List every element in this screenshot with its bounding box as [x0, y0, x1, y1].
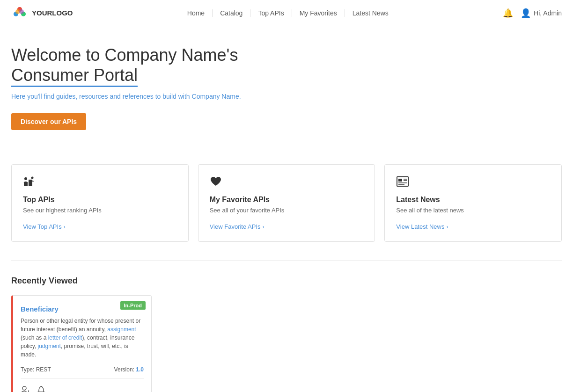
my-favorites-desc: See all of your favorite APIs	[210, 207, 364, 214]
nav-top-apis[interactable]: Top APIs	[250, 9, 292, 17]
nav-right: 🔔 👤 Hi, Admin	[503, 8, 562, 18]
latest-news-desc: See all of the latest news	[396, 207, 550, 214]
nav-area: Home Catalog Top APIs My Favorites Lates…	[180, 9, 396, 17]
svg-point-9	[24, 177, 27, 180]
api-actions	[21, 385, 144, 392]
top-apis-icon	[23, 176, 177, 190]
user-avatar-icon: 👤	[521, 8, 531, 18]
header: YOURLOGO Home Catalog Top APIs My Favori…	[0, 0, 573, 26]
svg-rect-12	[398, 179, 402, 181]
hero-title: Welcome to Company Name's Consumer Porta…	[11, 45, 562, 85]
svg-rect-6	[24, 182, 28, 186]
recently-viewed-section: Recently Viewed In-Prod Beneficiary Pers…	[11, 276, 562, 392]
discover-apis-button[interactable]: Discover our APIs	[11, 113, 86, 130]
api-meta: Type: REST Version: 1.0	[21, 366, 144, 379]
nav-latest-news[interactable]: Latest News	[345, 9, 396, 17]
latest-news-icon	[396, 176, 550, 190]
svg-rect-7	[29, 180, 32, 186]
logo-area: YOURLOGO	[11, 5, 73, 22]
recently-viewed-grid: In-Prod Beneficiary Person or other lega…	[11, 295, 562, 392]
hero-subtitle: Here you'll find guides, resources and r…	[11, 93, 562, 100]
user-greeting: Hi, Admin	[534, 9, 562, 17]
favorites-heart-icon	[210, 176, 364, 190]
main-content: Welcome to Company Name's Consumer Porta…	[0, 26, 573, 392]
in-prod-badge: In-Prod	[120, 301, 146, 310]
notification-bell-icon[interactable]: 🔔	[503, 8, 513, 18]
api-desc-link-judgment[interactable]: judgment	[37, 343, 60, 349]
view-top-apis-link[interactable]: View Top APIs ›	[23, 223, 177, 230]
nav-home[interactable]: Home	[180, 9, 213, 17]
api-desc-link-assignment[interactable]: assignment	[107, 326, 136, 333]
logo-text: YOURLOGO	[32, 9, 73, 17]
card-my-favorites: My Favorite APIs See all of your favorit…	[198, 164, 375, 242]
latest-news-title: Latest News	[396, 196, 550, 204]
card-latest-news: Latest News See all of the latest news V…	[384, 164, 562, 242]
hero-section: Welcome to Company Name's Consumer Porta…	[11, 45, 562, 130]
svg-point-10	[31, 177, 34, 179]
chevron-right-icon: ›	[446, 224, 448, 230]
top-apis-title: Top APIs	[23, 196, 177, 204]
api-version: Version: 1.0	[114, 366, 144, 373]
top-apis-desc: See our highest ranking APIs	[23, 207, 177, 214]
logo-icon	[11, 5, 28, 22]
chevron-right-icon: ›	[64, 224, 66, 230]
api-desc-link-letter[interactable]: letter of credit	[48, 334, 82, 341]
user-area[interactable]: 👤 Hi, Admin	[521, 8, 562, 18]
svg-point-5	[19, 9, 24, 14]
divider-1	[11, 149, 562, 149]
chevron-right-icon: ›	[263, 224, 264, 230]
api-card-beneficiary: In-Prod Beneficiary Person or other lega…	[11, 295, 152, 392]
recently-viewed-title: Recently Viewed	[11, 276, 562, 286]
nav-my-favorites[interactable]: My Favorites	[292, 9, 345, 17]
api-notification-icon[interactable]	[37, 385, 46, 392]
view-latest-news-link[interactable]: View Latest News ›	[396, 223, 550, 230]
api-type: Type: REST	[21, 366, 51, 373]
view-favorite-apis-link[interactable]: View Favorite APIs ›	[210, 223, 364, 230]
svg-point-17	[22, 386, 26, 390]
divider-2	[11, 261, 562, 261]
my-favorites-title: My Favorite APIs	[210, 196, 364, 204]
svg-point-21	[41, 386, 42, 387]
card-top-apis: Top APIs See our highest ranking APIs Vi…	[11, 164, 189, 242]
feature-cards: Top APIs See our highest ranking APIs Vi…	[11, 164, 562, 242]
api-subscribe-icon[interactable]	[21, 385, 31, 392]
nav-catalog[interactable]: Catalog	[213, 9, 250, 17]
api-description: Person or other legal entity for whose p…	[21, 317, 144, 359]
